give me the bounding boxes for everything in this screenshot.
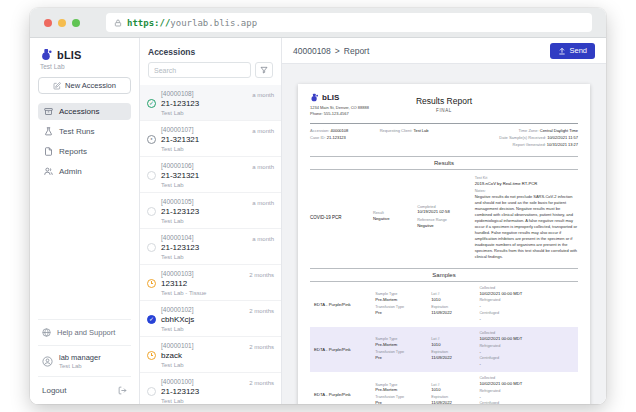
accession-text: [40000101] bzack Test Lab: [161, 342, 244, 368]
accession-list-item[interactable]: [40000101] bzack Test Lab 2 months: [140, 337, 281, 373]
transfusion-type-value: Pre: [375, 400, 427, 404]
accession-list-item[interactable]: [40000103] 123112 Test Lab - Tissue 2 mo…: [140, 265, 281, 301]
accession-client: Test Lab: [161, 254, 247, 260]
sample-type-value: Pre-Mortem: [375, 297, 427, 302]
search-row: [140, 62, 281, 85]
case-id-label: Case ID:: [310, 135, 326, 140]
archive-icon: [44, 107, 53, 116]
accession-list-item[interactable]: [40000100] 21-123123 Test Lab 2 months: [140, 373, 281, 404]
accessions-panel: Accessions [40000108: [140, 38, 282, 404]
sidebar-item-label: Admin: [59, 167, 82, 176]
report-title: Results Report: [310, 96, 578, 106]
help-and-support-button[interactable]: Help and Support: [38, 319, 131, 345]
accessions-list: [40000108] 21-123123 Test Lab a month [4…: [140, 85, 281, 404]
sidebar-item-accessions[interactable]: Accessions: [38, 103, 131, 120]
accession-text: [40000108] 21-123123 Test Lab: [161, 90, 247, 116]
timezone-value: Central Daylight Time: [540, 128, 578, 133]
accession-age: a month: [252, 128, 274, 134]
status-icon: [147, 99, 156, 108]
accession-id: [40000102]: [161, 306, 244, 313]
help-label: Help and Support: [57, 328, 115, 337]
accession-value: 40000108: [330, 128, 348, 133]
collected-value: 10/02/2021 00:00 MDT: [479, 336, 574, 341]
status-icon: [147, 207, 156, 216]
main-topbar: 40000108 > Report Send: [282, 38, 606, 64]
sample-name: EDTA - Purple/Pink: [314, 347, 371, 352]
centrifuged-value: -: [479, 361, 574, 366]
accession-list-item[interactable]: [40000106] 21-321321 Test Lab a month: [140, 157, 281, 193]
breadcrumb-accession[interactable]: 40000108: [293, 46, 331, 56]
avatar-icon: [42, 356, 53, 367]
sidebar-item-label: Reports: [59, 147, 87, 156]
accession-id: [40000106]: [161, 162, 247, 169]
report-preview-area: bLIS 1234 Main St, Denver, CO 88888 Phon…: [282, 64, 606, 404]
accession-code: 21-123123: [161, 207, 247, 216]
status-icon: [147, 171, 156, 180]
accession-age: 2 months: [249, 308, 274, 314]
accession-label: Accession:: [310, 128, 329, 133]
status-icon: [147, 387, 156, 396]
lock-icon: [114, 19, 122, 27]
sample-name: EDTA - Purple/Pink: [314, 302, 371, 307]
sidebar-nav: Accessions Test Runs Reports: [38, 103, 131, 180]
maximize-window-button[interactable]: [72, 19, 80, 27]
samples-section-header: Samples: [310, 268, 578, 282]
accession-age: a month: [252, 236, 274, 242]
test-name: COVID-19 PCR: [310, 215, 369, 220]
accession-code: 21-321321: [161, 171, 247, 180]
app-logo-text: bLIS: [57, 49, 82, 61]
sample-row: EDTA - Purple/Pink Sample Type Pre-Morte…: [310, 282, 578, 327]
sidebar-item-admin[interactable]: Admin: [38, 163, 131, 180]
client-label: Requesting Client:: [380, 128, 413, 133]
close-window-button[interactable]: [44, 19, 52, 27]
url-scheme: https://: [127, 18, 170, 28]
timezone-label: Time Zone:: [519, 128, 539, 133]
user-menu[interactable]: lab manager Test Lab: [38, 345, 131, 376]
screenshot-canvas: https://yourlab.blis.app bLIS Test Lab N…: [0, 0, 636, 412]
send-label: Send: [569, 46, 587, 55]
accession-client: Test Lab: [161, 362, 244, 368]
accession-list-item[interactable]: [40000108] 21-123123 Test Lab a month: [140, 85, 281, 121]
logout-label: Logout: [42, 386, 66, 395]
minimize-window-button[interactable]: [58, 19, 66, 27]
expiration-value: 11/09/2022: [431, 310, 475, 315]
accession-list-item[interactable]: [40000104] 21-123123 Test Lab a month: [140, 229, 281, 265]
breadcrumb-page: Report: [344, 46, 370, 56]
edit-icon: [53, 82, 61, 90]
filter-button[interactable]: [255, 62, 273, 78]
accession-text: [40000102] cbhKXcjs Test Lab: [161, 306, 244, 332]
sample-row: EDTA - Purple/Pink Sample Type Pre-Morte…: [310, 372, 578, 404]
accession-list-item[interactable]: [40000102] cbhKXcjs Test Lab 2 months: [140, 301, 281, 337]
status-icon: [147, 135, 156, 144]
url-bar[interactable]: https://yourlab.blis.app: [106, 13, 592, 32]
samples-list: EDTA - Purple/Pink Sample Type Pre-Morte…: [310, 282, 578, 404]
accession-list-item[interactable]: [40000107] 21-321321 Test Lab a month: [140, 121, 281, 157]
accession-list-item[interactable]: [40000105] 21-123123 Test Lab a month: [140, 193, 281, 229]
results-section-header: Results: [310, 156, 578, 170]
window-controls: [44, 19, 80, 27]
logout-button[interactable]: Logout: [38, 376, 131, 404]
sidebar-item-reports[interactable]: Reports: [38, 143, 131, 160]
send-button[interactable]: Send: [550, 43, 595, 59]
report-title-block: Results Report FINAL: [310, 96, 578, 113]
url-host: yourlab.blis.app: [170, 18, 257, 28]
sidebar-item-test-runs[interactable]: Test Runs: [38, 123, 131, 140]
upload-icon: [558, 47, 566, 55]
new-accession-button[interactable]: New Accession: [38, 77, 131, 94]
received-label: Date Sample(s) Received:: [499, 135, 546, 140]
accession-code: bzack: [161, 351, 244, 360]
document-icon: [44, 147, 53, 156]
accession-client: Test Lab: [161, 326, 244, 332]
accession-age: a month: [252, 164, 274, 170]
accession-id: [40000104]: [161, 234, 247, 241]
accession-text: [40000107] 21-321321 Test Lab: [161, 126, 247, 152]
search-input[interactable]: [148, 62, 251, 78]
completed-value: 10/19/2021 02:58: [417, 209, 471, 214]
report-page: bLIS 1234 Main St, Denver, CO 88888 Phon…: [298, 84, 590, 404]
accession-text: [40000106] 21-321321 Test Lab: [161, 162, 247, 188]
accession-id: [40000105]: [161, 198, 247, 205]
accession-age: a month: [252, 200, 274, 206]
test-kit-value: 2019-nCoV by Real-time RT-PCR: [475, 181, 578, 186]
refrigerated-value: -: [479, 303, 574, 308]
funnel-icon: [260, 66, 268, 74]
